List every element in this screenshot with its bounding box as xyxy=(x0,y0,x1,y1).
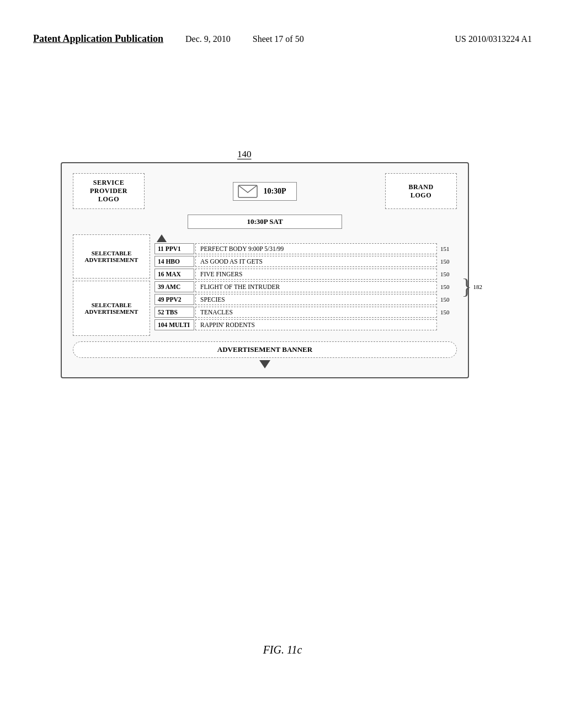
channel-title: FIVE FINGERS xyxy=(195,269,437,280)
up-arrow-icon xyxy=(157,234,167,242)
channels-wrapper: 11 PPV1PERFECT BODY 9:00P 5/31/9915114 H… xyxy=(154,243,457,330)
up-arrow-row xyxy=(154,234,457,242)
page-header: Patent Application Publication Dec. 9, 2… xyxy=(33,33,532,45)
channel-row: 52 TBSTENACLES150 xyxy=(154,307,457,318)
channel-title: TENACLES xyxy=(195,307,437,318)
channel-title: RAPPIN' RODENTS xyxy=(195,319,437,330)
header-sheet: Sheet 17 of 50 xyxy=(253,34,304,44)
channel-row: 11 PPV1PERFECT BODY 9:00P 5/31/99151 xyxy=(154,243,457,254)
channel-row: 16 MAXFIVE FINGERS150 xyxy=(154,269,457,280)
header-date: Dec. 9, 2010 xyxy=(185,34,231,44)
center-section: 10:30P xyxy=(153,182,376,201)
channel-row: 104 MULTIRAPPIN' RODENTS xyxy=(154,319,457,330)
channel-id: 49 PPV2 xyxy=(154,294,194,305)
time-text: 10:30P xyxy=(263,187,286,196)
channel-id: 104 MULTI xyxy=(154,319,194,330)
channel-id: 52 TBS xyxy=(154,307,194,318)
channel-title: PERFECT BODY 9:00P 5/31/99 xyxy=(195,243,437,254)
channel-id: 39 AMC xyxy=(154,281,194,292)
ad-banner-row: ADVERTISEMENT BANNER xyxy=(73,341,457,358)
channel-id: 14 HBO xyxy=(154,256,194,267)
diagram-label: 140 xyxy=(237,149,252,159)
figure-caption: FIG. 11c xyxy=(263,644,302,656)
channel-row: 49 PPV2SPECIES150 xyxy=(154,294,457,305)
channel-title: FLIGHT OF THE INTRUDER xyxy=(195,281,437,292)
row-number-label: 150 xyxy=(440,296,457,303)
channel-row: 39 AMCFLIGHT OF THE INTRUDER150 xyxy=(154,281,457,292)
diagram-container: 140 SERVICE PROVIDER LOGO 10:30P xyxy=(50,149,480,378)
channel-title: AS GOOD AS IT GETS xyxy=(195,256,437,267)
channel-row: 14 HBOAS GOOD AS IT GETS150 xyxy=(154,256,457,267)
row-number-label: 150 xyxy=(440,283,457,290)
row-number-label: 150 xyxy=(440,309,457,315)
brand-logo: BRAND LOGO xyxy=(385,173,457,209)
envelope-icon xyxy=(238,185,258,198)
datetime-bar-row: 10:30P SAT xyxy=(73,215,457,229)
channel-title: SPECIES xyxy=(195,294,437,305)
channel-id: 11 PPV1 xyxy=(154,243,194,254)
channel-guide: 11 PPV1PERFECT BODY 9:00P 5/31/9915114 H… xyxy=(154,234,457,336)
row-number-label: 150 xyxy=(440,258,457,265)
ad-banner: ADVERTISEMENT BANNER xyxy=(73,341,457,358)
channel-id: 16 MAX xyxy=(154,269,194,280)
time-display: 10:30P xyxy=(233,182,296,201)
ad-box-top: SELECTABLE ADVERTISEMENT xyxy=(73,234,150,279)
down-arrow-icon xyxy=(259,360,270,368)
header-number: US 2010/0313224 A1 xyxy=(455,34,532,44)
content-area: SELECTABLE ADVERTISEMENT SELECTABLE ADVE… xyxy=(73,234,457,336)
ads-column: SELECTABLE ADVERTISEMENT SELECTABLE ADVE… xyxy=(73,234,150,336)
datetime-bar: 10:30P SAT xyxy=(188,215,342,229)
patent-title: Patent Application Publication xyxy=(33,33,163,45)
row-number-label: 150 xyxy=(440,271,457,277)
service-provider-logo: SERVICE PROVIDER LOGO xyxy=(73,173,145,209)
outer-box: SERVICE PROVIDER LOGO 10:30P BRAND LOGO xyxy=(61,162,469,378)
top-row: SERVICE PROVIDER LOGO 10:30P BRAND LOGO xyxy=(73,173,457,209)
ad-box-bottom: SELECTABLE ADVERTISEMENT xyxy=(73,281,150,336)
down-arrow-row xyxy=(73,360,457,368)
row-number-label: 151 xyxy=(440,245,457,252)
bracket-182: }182 xyxy=(461,256,482,318)
